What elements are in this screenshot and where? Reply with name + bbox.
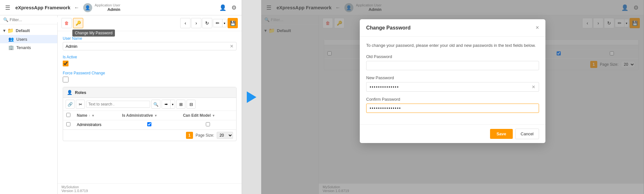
search-icon: 🔍 <box>3 17 8 22</box>
is-active-checkbox-wrap <box>63 61 237 66</box>
account-icon[interactable]: 👤 <box>218 3 228 13</box>
header-is-admin: Is Administrative ▼ <box>119 111 180 120</box>
chevron-down-icon: ▾ <box>3 28 5 33</box>
sidebar-filter-wrap: 🔍 <box>0 15 57 24</box>
table-row: Administrators <box>63 120 236 130</box>
user-info: Application User Admin <box>95 3 120 12</box>
user-name-input-wrap: ✕ <box>63 42 237 50</box>
change-password-modal: Change Password × To change your passwor… <box>360 19 545 143</box>
roles-header: 👤 Roles <box>63 87 236 98</box>
roles-search-button[interactable]: 🔍 <box>151 100 160 109</box>
sidebar-filter-input[interactable] <box>10 17 63 22</box>
roles-export-button[interactable]: ➡ <box>162 100 170 108</box>
row-checkbox[interactable] <box>66 122 70 126</box>
left-panel: ☰ eXpressApp Framework ← 👤 Application U… <box>0 0 242 194</box>
confirm-password-input[interactable] <box>370 106 535 111</box>
page-badge[interactable]: 1 <box>186 132 193 139</box>
modal-title: Change Password <box>366 25 411 31</box>
user-name-input[interactable] <box>66 44 230 49</box>
force-password-checkbox[interactable] <box>63 77 68 82</box>
roles-icon: 👤 <box>67 90 72 95</box>
row-is-admin-cell <box>119 120 180 130</box>
new-password-input-wrap: ✕ <box>366 82 539 92</box>
roles-search-wrap <box>86 101 150 108</box>
sidebar-item-tenants[interactable]: 🏢 Tenants <box>0 43 57 52</box>
new-password-label: New Password <box>366 75 539 80</box>
name-sort-icon[interactable]: ↑ <box>89 114 90 117</box>
footer-solution: MySolution <box>61 185 238 189</box>
next-button[interactable]: › <box>191 18 201 28</box>
users-icon: 👥 <box>8 37 14 42</box>
refresh-button[interactable]: ↻ <box>202 18 212 28</box>
roles-columns-button[interactable]: ⊞ <box>176 100 185 109</box>
roles-toolbar: 🔗 ✂ 🔍 ➡ ▾ ⊞ ⊟ <box>63 98 236 111</box>
clear-new-password-icon[interactable]: ✕ <box>532 84 535 89</box>
select-all-checkbox[interactable] <box>66 113 70 117</box>
roles-filter-button[interactable]: ⊟ <box>187 100 196 109</box>
link-button[interactable]: 🔗 <box>66 100 75 109</box>
is-active-label: Is Active <box>63 55 237 59</box>
unlink-button[interactable]: ✂ <box>76 100 85 109</box>
header-name: Name ↑ ▼ <box>74 111 119 120</box>
modal-cancel-button[interactable]: Cancel <box>515 129 539 139</box>
header-select-all <box>63 111 74 120</box>
roles-footer: 1 Page Size: 20 50 100 <box>63 130 236 141</box>
save-button[interactable]: 💾 <box>228 18 238 28</box>
form-body: User Name ✕ Is Active Force Password Cha… <box>58 31 242 183</box>
edit-split-button: ✏ ▾ <box>213 19 227 27</box>
new-password-input[interactable] <box>370 85 532 89</box>
roles-table: Name ↑ ▼ Is Administrative ▼ <box>63 111 236 130</box>
force-password-checkbox-wrap <box>63 77 237 82</box>
avatar: 👤 <box>83 3 92 12</box>
arrow-container <box>242 0 261 194</box>
roles-table-header-row: Name ↑ ▼ Is Administrative ▼ <box>63 111 236 120</box>
row-is-admin-checkbox[interactable] <box>147 122 151 126</box>
roles-export-dropdown[interactable]: ▾ <box>170 100 175 108</box>
row-select-cell <box>63 120 74 130</box>
roles-search-input[interactable] <box>88 102 148 106</box>
settings-icon[interactable]: ⚙ <box>230 3 238 13</box>
roles-export-split: ➡ ▾ <box>162 100 175 109</box>
right-panel: ☰ eXpressApp Framework ← 👤 Application U… <box>261 0 644 194</box>
name-column-label: Name <box>77 113 87 118</box>
hamburger-icon[interactable]: ☰ <box>4 3 12 13</box>
row-name: Administrators <box>77 122 101 127</box>
app-title: eXpressApp Framework <box>15 5 70 10</box>
is-admin-filter-icon[interactable]: ▼ <box>154 114 157 117</box>
can-edit-column-label: Can Edit Model <box>183 113 211 118</box>
header-can-edit: Can Edit Model ▼ <box>180 111 236 120</box>
modal-footer: Save Cancel <box>360 124 545 143</box>
sidebar-default-header[interactable]: ▾ 📁 Default <box>0 26 57 35</box>
row-can-edit-cell <box>180 120 236 130</box>
delete-button[interactable]: 🗑 <box>61 18 72 28</box>
edit-dropdown-button[interactable]: ▾ <box>222 19 227 27</box>
modal-body: To change your password, please enter yo… <box>360 37 545 124</box>
confirm-password-input-wrap <box>366 104 539 113</box>
left-toolbar: 🗑 🔑 Change My Password ‹ › ↻ ✏ ▾ 💾 <box>58 15 242 31</box>
can-edit-filter-icon[interactable]: ▼ <box>212 114 215 117</box>
row-can-edit-checkbox[interactable] <box>206 122 210 126</box>
roles-section: 👤 Roles 🔗 ✂ 🔍 ➡ ▾ ⊞ <box>63 87 237 141</box>
is-active-checkbox[interactable] <box>63 61 68 66</box>
old-password-field: Old Password <box>366 54 539 70</box>
change-password-button[interactable]: 🔑 <box>73 18 83 28</box>
back-button[interactable]: ← <box>73 4 81 12</box>
name-filter-icon[interactable]: ▼ <box>92 114 95 117</box>
old-password-input[interactable] <box>370 63 535 68</box>
modal-overlay: Change Password × To change your passwor… <box>261 0 644 194</box>
modal-save-button[interactable]: Save <box>490 129 512 139</box>
modal-header: Change Password × <box>360 19 545 37</box>
roles-title: Roles <box>75 90 86 95</box>
edit-button[interactable]: ✏ <box>213 19 222 27</box>
sidebar-section-default: ▾ 📁 Default 👥 Users 🏢 Tenants <box>0 24 57 54</box>
modal-close-button[interactable]: × <box>535 24 539 31</box>
page-size-select[interactable]: 20 50 100 <box>217 132 233 139</box>
prev-button[interactable]: ‹ <box>180 18 190 28</box>
tenants-icon: 🏢 <box>8 45 14 50</box>
sidebar-item-users-label: Users <box>16 37 27 42</box>
clear-user-name-icon[interactable]: ✕ <box>230 44 234 49</box>
user-name-group: User Name ✕ <box>63 36 237 50</box>
row-name-cell: Administrators <box>74 120 119 130</box>
sidebar-item-users[interactable]: 👥 Users <box>0 35 57 43</box>
is-admin-column-label: Is Administrative <box>122 113 153 118</box>
